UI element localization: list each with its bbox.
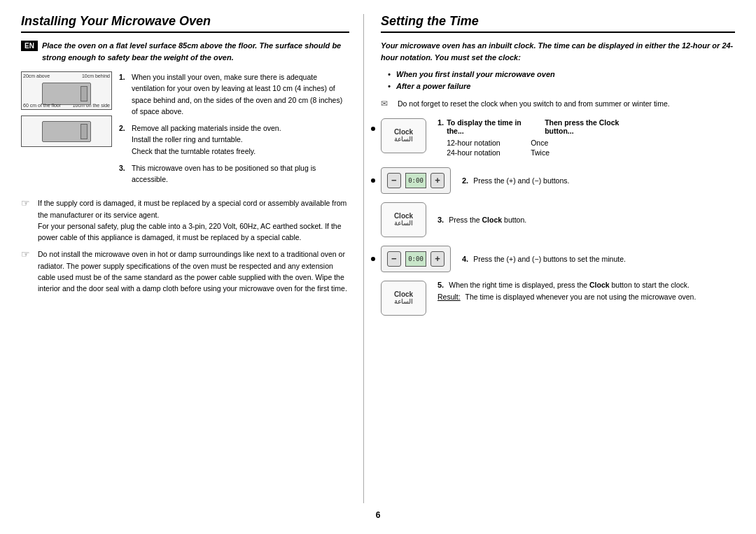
step-2-illustration: − 0:00 + — [381, 167, 451, 194]
right-intro: Your microwave oven has an inbuilt clock… — [381, 40, 735, 63]
clock-button-1: Clock الساعة — [381, 118, 426, 153]
warning-1: ☞ If the supply cord is damaged, it must… — [21, 197, 349, 243]
step-3-num: 3. — [438, 216, 444, 224]
step-3-num: 3. — [119, 162, 129, 174]
right-step-1-row: Clock الساعة 1. To display the time inth… — [381, 118, 735, 159]
page: Installing Your Microwave Oven EN Place … — [0, 0, 756, 534]
intro-text: Place the oven on a flat level surface 8… — [42, 40, 349, 63]
intro-block: EN Place the oven on a flat level surfac… — [21, 40, 349, 63]
step-5-text: When the right time is displayed, press … — [446, 281, 690, 289]
step-5-desc: 5. When the right time is displayed, pre… — [432, 281, 735, 303]
step-5-num: 5. — [438, 281, 444, 289]
ctrl-display-2: 0:00 — [405, 251, 426, 267]
step-5-header: 5. When the right time is displayed, pre… — [438, 281, 735, 289]
step-1-desc: 1. To display the time inthe... Then pre… — [432, 118, 735, 159]
warning-text-1: If the supply cord is damaged, it must b… — [38, 197, 349, 243]
step-4-desc: 4. Press the (+) and (−) buttons to set … — [456, 255, 735, 263]
right-step-2-row: − 0:00 + 2. Press the (+) and (−) button… — [381, 167, 735, 194]
warning-icon-1: ☞ — [21, 197, 34, 209]
diagram-box: 20cm above 10cm behind 10cm on the side … — [21, 71, 112, 147]
bullet-item-1: When you first install your microwave ov… — [388, 69, 735, 80]
right-step-4-row: − 0:00 + 4. Press the (+) and (−) button… — [381, 246, 735, 272]
time-row-1-col2: Once — [531, 138, 561, 148]
control-panel-2: − 0:00 + — [381, 246, 451, 272]
note-block: ✉ Do not forget to reset the clock when … — [381, 99, 735, 110]
dim-top-left: 20cm above — [23, 73, 50, 78]
right-section-title: Setting the Time — [381, 14, 735, 33]
time-table: 12-hour notation Once 24-hour notation T… — [447, 138, 561, 157]
minus-btn-2: − — [387, 251, 401, 267]
right-step-5-row: Clock الساعة 5. When the right time is d… — [381, 281, 735, 316]
clock-button-3: Clock الساعة — [381, 202, 426, 237]
step-3-text: This microwave oven has to be positioned… — [132, 162, 349, 185]
minus-btn-1: − — [387, 173, 401, 188]
step-3-text: Press the Clock button. — [446, 216, 526, 224]
step-4-illustration: − 0:00 + — [381, 246, 451, 272]
step-2-desc: 2. Press the (+) and (−) buttons. — [456, 176, 735, 185]
right-step-3-row: Clock الساعة 3. Press the Clock button. — [381, 202, 735, 237]
note-icon: ✉ — [381, 99, 393, 108]
step-5-illustration: Clock الساعة — [381, 281, 426, 316]
page-number-text: 6 — [376, 510, 381, 520]
step-4-num: 4. — [462, 255, 468, 263]
clock-label-5: Clock — [394, 290, 413, 298]
dim-bottom-left: 60 cm of the floor — [23, 103, 61, 108]
warning-text-2: Do not install the microwave oven in hot… — [38, 248, 349, 294]
warning-2: ☞ Do not install the microwave oven in h… — [21, 248, 349, 294]
step-2-num: 2. — [119, 122, 129, 134]
step-1: 1. When you install your oven, make sure… — [119, 71, 349, 117]
col-header-1: To display the time inthe... — [447, 118, 545, 135]
step-1-header: 1. To display the time inthe... Then pre… — [438, 118, 735, 157]
time-row-2-col2: Twice — [531, 148, 561, 157]
time-row-1-col1: 12-hour notation — [447, 138, 531, 148]
note-text: Do not forget to reset the clock when yo… — [398, 99, 670, 110]
clock-arabic-1: الساعة — [394, 136, 413, 143]
step-2: 2. Remove all packing materials inside t… — [119, 122, 349, 157]
clock-arabic-3: الساعة — [394, 220, 413, 227]
page-number: 6 — [21, 503, 735, 520]
step-2-text: Press the (+) and (−) buttons. — [470, 176, 569, 185]
ctrl-display-1: 0:00 — [405, 173, 426, 188]
time-row-2-col1: 24-hour notation — [447, 148, 531, 157]
step-1-num: 1. — [119, 71, 129, 83]
right-column: Setting the Time Your microwave oven has… — [364, 14, 735, 503]
step-1-illustration: Clock الساعة — [381, 118, 426, 153]
col-header-2: Then press the Clockbutton... — [545, 118, 619, 135]
clock-label-3: Clock — [394, 212, 413, 220]
warning-icon-2: ☞ — [21, 248, 34, 260]
clock-label-1: Clock — [394, 128, 413, 136]
dim-top-right: 10cm behind — [82, 73, 110, 78]
step-1-num: 1. — [438, 118, 444, 157]
bullet-dot-4 — [371, 257, 375, 261]
clock-arabic-5: الساعة — [394, 298, 413, 305]
step-2-text: Remove all packing materials inside the … — [132, 122, 349, 157]
bullet-dot-1 — [371, 127, 375, 131]
left-section-title: Installing Your Microwave Oven — [21, 14, 349, 33]
bullet-dot-2 — [371, 178, 375, 183]
result-text: The time is displayed whenever you are n… — [463, 293, 696, 301]
oven-top-diagram: 20cm above 10cm behind 10cm on the side … — [21, 71, 112, 110]
step-4-text: Press the (+) and (−) buttons to set the… — [470, 255, 626, 263]
bullet-item-2: After a power failure — [388, 80, 735, 92]
step-3-desc: 3. Press the Clock button. — [432, 216, 735, 224]
result-line: Result: The time is displayed whenever y… — [438, 292, 735, 303]
step-1-text: When you install your oven, make sure th… — [132, 71, 349, 117]
plus-btn-2: + — [430, 251, 444, 267]
step-1-col-headers: To display the time inthe... Then press … — [447, 118, 619, 135]
step-1-table-area: To display the time inthe... Then press … — [444, 118, 619, 157]
steps-text: 1. When you install your oven, make sure… — [119, 71, 349, 190]
step-3: 3. This microwave oven has to be positio… — [119, 162, 349, 185]
control-panel-1: − 0:00 + — [381, 167, 451, 194]
step-3-illustration: Clock الساعة — [381, 202, 426, 237]
plus-btn-1: + — [430, 173, 444, 188]
en-badge: EN — [21, 41, 38, 51]
bullet-list: When you first install your microwave ov… — [381, 69, 735, 92]
result-label: Result: — [438, 293, 461, 301]
oven-side-diagram — [21, 115, 112, 147]
step-2-num: 2. — [462, 176, 468, 185]
clock-button-5: Clock الساعة — [381, 281, 426, 316]
time-table-row-2: 24-hour notation Twice — [447, 148, 561, 157]
time-table-row-1: 12-hour notation Once — [447, 138, 561, 148]
install-diagram-row: 20cm above 10cm behind 10cm on the side … — [21, 71, 349, 190]
left-column: Installing Your Microwave Oven EN Place … — [21, 14, 364, 503]
